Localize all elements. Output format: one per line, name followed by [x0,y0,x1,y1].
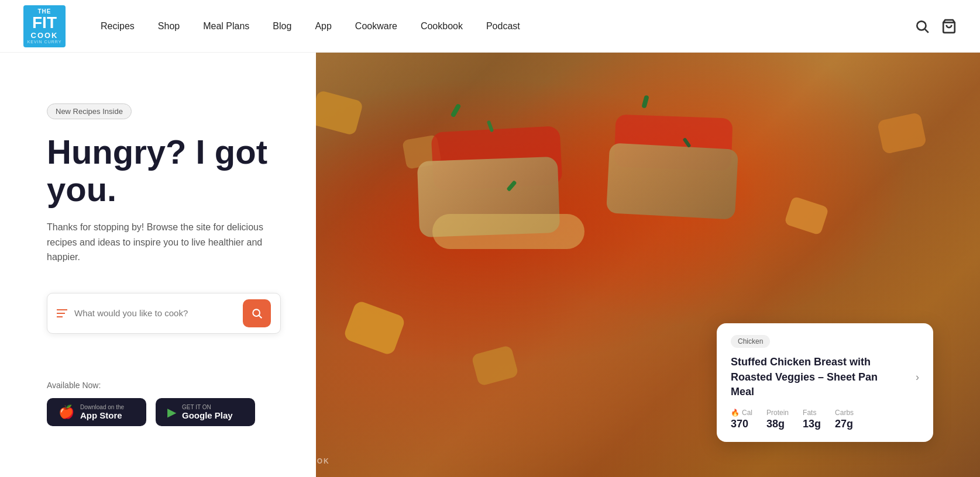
nav-item-cookware[interactable]: Cookware [355,21,397,32]
search-bar [47,293,281,334]
logo-kevin: KEVIN CURRY [27,40,62,44]
recipe-card[interactable]: Chicken Stuffed Chicken Breast with Roas… [717,323,933,442]
svg-point-3 [253,309,260,316]
fats-value: 13g [803,418,821,430]
nutrient-carbs: Carbs 27g [835,409,854,430]
logo-fit: FIT [32,15,57,31]
new-recipes-badge: New Recipes Inside [47,103,132,119]
cart-icon[interactable] [941,19,957,34]
google-play-sub: GET IT ON [182,404,233,410]
nutrient-cal: 🔥Cal 370 [731,409,752,430]
nav-item-recipes[interactable]: Recipes [101,21,135,32]
hero-subtitle: Thanks for stopping by! Browse the site … [47,220,281,265]
app-store-button[interactable]: 🍎 Download on the App Store [47,398,146,426]
recipe-title: Stuffed Chicken Breast with Roasted Vegg… [731,355,889,399]
nav-item-meal-plans[interactable]: Meal Plans [203,21,249,32]
apple-icon: 🍎 [59,405,74,420]
recipe-category: Chicken [731,335,770,348]
navbar: THE FIT COOK KEVIN CURRY Recipes Shop Me… [0,0,980,53]
nav-item-shop[interactable]: Shop [158,21,180,32]
cal-value: 370 [731,418,752,430]
nav-item-blog[interactable]: Blog [273,21,291,32]
hero-title: Hungry? I got you. [47,133,281,208]
svg-point-0 [917,21,926,30]
search-icon[interactable] [914,19,930,34]
recipe-nutrients: 🔥Cal 370 Protein 38g Fats 13g Carbs 27g [731,409,919,430]
nav-item-podcast[interactable]: Podcast [486,21,520,32]
site-logo[interactable]: THE FIT COOK KEVIN CURRY [23,5,66,47]
google-play-main: Google Play [182,410,233,420]
nav-icons [914,19,957,34]
app-store-main: App Store [80,410,124,420]
nav-links: Recipes Shop Meal Plans Blog App Cookwar… [101,21,914,32]
app-store-sub: Download on the [80,404,124,410]
hero-section: New Recipes Inside Hungry? I got you. Th… [0,53,980,477]
logo-cook: COOK [31,31,59,40]
protein-value: 38g [766,418,789,430]
brand-watermark: T COOK [295,457,330,465]
google-play-icon: ▶ [167,405,176,419]
search-input[interactable] [74,308,236,318]
nav-item-app[interactable]: App [315,21,331,32]
recipe-arrow-icon: › [916,371,919,383]
nutrient-protein: Protein 38g [766,409,789,430]
available-label: Available Now: [47,381,281,390]
svg-line-4 [259,315,262,318]
carbs-value: 27g [835,418,854,430]
filter-icon[interactable] [57,309,67,317]
svg-line-1 [925,29,929,32]
nav-item-cookbook[interactable]: Cookbook [421,21,463,32]
hero-content-panel: New Recipes Inside Hungry? I got you. Th… [0,53,316,477]
search-button[interactable] [243,299,271,327]
app-buttons: 🍎 Download on the App Store ▶ GET IT ON … [47,398,281,426]
flame-icon: 🔥 [731,409,740,417]
nutrient-fats: Fats 13g [803,409,821,430]
google-play-button[interactable]: ▶ GET IT ON Google Play [156,398,255,426]
